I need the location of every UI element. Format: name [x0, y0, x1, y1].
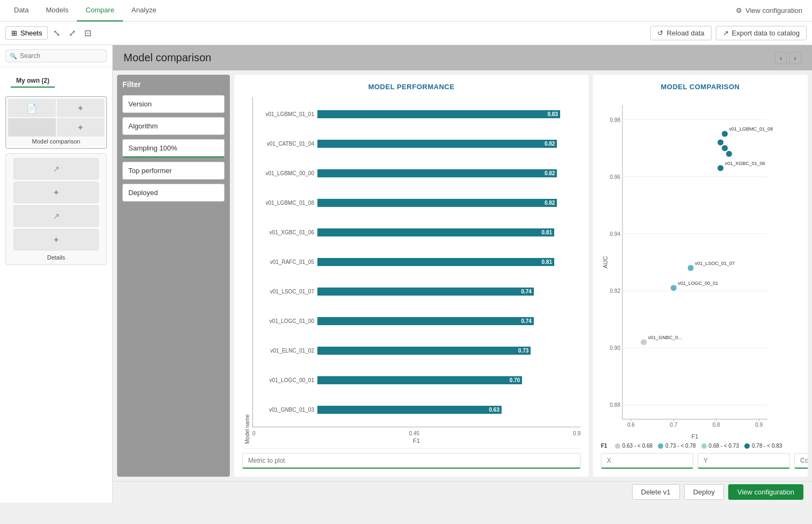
- view-configuration-button[interactable]: View configuration: [728, 484, 803, 500]
- bar-label: v01_XGBC_01_06: [253, 229, 317, 235]
- svg-text:0.7: 0.7: [670, 422, 677, 428]
- svg-point-29: [717, 165, 724, 171]
- nav-tab-compare[interactable]: Compare: [77, 0, 122, 21]
- puzzle-icon-2: ✦: [77, 123, 84, 133]
- legend-label-1: 0.68 - < 0.73: [709, 443, 739, 449]
- bar-row: v01_LOGC_00_010.70: [253, 375, 581, 386]
- color-input[interactable]: [794, 453, 808, 469]
- x-axis-input[interactable]: [601, 453, 693, 469]
- bar-value: 0.83: [547, 111, 557, 117]
- scatter-svg: 0.60.70.80.90.880.900.920.940.960.98F1AU…: [601, 97, 800, 441]
- search-input[interactable]: [5, 49, 107, 62]
- main-container: 🔍 My own (2) 📄 ✦ ✦: [0, 45, 812, 503]
- bar-row: v01_LOGC_01_000.74: [253, 316, 581, 327]
- comparison-chart-panel: MODEL COMPARISON 0.60.70.80.90.880.900.9…: [593, 75, 808, 477]
- doc-icon: 📄: [26, 103, 37, 113]
- filter-algorithm[interactable]: Algorithm: [122, 117, 224, 135]
- svg-text:0.98: 0.98: [610, 117, 621, 123]
- svg-text:0.8: 0.8: [713, 422, 720, 428]
- bar-row: v01_RAFC_01_050.81: [253, 257, 581, 268]
- toolbar-icon-btn-2[interactable]: ⤢: [66, 26, 79, 40]
- card-label-details: Details: [8, 253, 104, 262]
- filter-version[interactable]: Version: [122, 95, 224, 113]
- svg-point-31: [687, 265, 694, 271]
- bar-value: 0.82: [545, 200, 555, 206]
- page-header: Model comparison ‹ ›: [113, 45, 812, 70]
- svg-point-26: [717, 139, 724, 146]
- legend-dot-1: [701, 443, 707, 449]
- performance-chart-panel: MODEL PERFORMANCE Model name v01_LGBMC_0…: [234, 75, 589, 477]
- reload-button[interactable]: ↺ Reload data: [650, 26, 711, 40]
- sheets-button[interactable]: ⊞ Sheets: [5, 26, 48, 40]
- bar-fill: 0.74: [317, 317, 534, 325]
- bar-label: v01_LSOC_01_07: [253, 289, 317, 295]
- toolbar-icon-btn-3[interactable]: ⊡: [81, 26, 95, 40]
- content-body: Filter Version Algorithm Sampling 100% T…: [113, 70, 812, 481]
- nav-tab-models[interactable]: Models: [37, 0, 77, 21]
- bar-label: v01_LOGC_00_01: [253, 377, 317, 383]
- nav-tab-data[interactable]: Data: [5, 0, 37, 21]
- puzzle-icon: ✦: [77, 103, 84, 113]
- svg-point-28: [726, 150, 733, 157]
- legend-prefix: F1: [601, 443, 607, 449]
- delete-button[interactable]: Delete v1: [632, 484, 680, 500]
- page-prev-button[interactable]: ‹: [775, 52, 787, 64]
- settings-icon: ⚙: [736, 6, 742, 15]
- bar-fill: 0.74: [317, 288, 534, 296]
- view-config-button[interactable]: ⚙ View configuration: [731, 4, 807, 17]
- bar-value: 0.74: [521, 289, 531, 295]
- bar-row: v01_ELNC_01_020.73: [253, 346, 581, 356]
- bar-row: v01_XGBC_01_060.81: [253, 227, 581, 238]
- legend: F1 0.63 - < 0.68 0.73 - < 0.78 0.68 - < …: [601, 443, 800, 449]
- detail-icon-1: ↗: [53, 164, 60, 174]
- nav-tab-analyze[interactable]: Analyze: [123, 0, 165, 21]
- bar-row: v01_LGBMC_01_010.83: [253, 109, 581, 120]
- sheet-card-details[interactable]: ↗ ✦ ↗ ✦ Details: [5, 153, 107, 265]
- legend-item-1: 0.68 - < 0.73: [701, 443, 739, 449]
- performance-chart-title: MODEL PERFORMANCE: [242, 83, 581, 91]
- legend-dot-3: [744, 443, 750, 449]
- toolbar-icon-btn-1[interactable]: ⤡: [50, 26, 63, 40]
- bar-label: v01_LOGC_01_00: [253, 318, 317, 324]
- bar-value: 0.81: [542, 259, 552, 265]
- deploy-button[interactable]: Deploy: [684, 484, 724, 500]
- filter-top-performer[interactable]: Top performer: [122, 162, 224, 180]
- sheet-card-model-comparison[interactable]: 📄 ✦ ✦ Model comparison: [5, 96, 107, 149]
- legend-label-3: 0.78 - < 0.83: [752, 443, 782, 449]
- y-axis-label: Model name: [242, 97, 252, 444]
- nav-tabs: Data Models Compare Analyze: [5, 0, 165, 21]
- svg-text:0.6: 0.6: [627, 422, 635, 428]
- bar-fill: 0.82: [317, 140, 557, 148]
- bar-fill: 0.83: [317, 110, 560, 118]
- filter-deployed[interactable]: Deployed: [122, 184, 224, 202]
- filter-sampling[interactable]: Sampling 100%: [122, 139, 224, 157]
- bar-fill: 0.81: [317, 258, 554, 266]
- x-axis-label: F1: [252, 437, 581, 444]
- svg-text:v01_LSOC_01_07: v01_LSOC_01_07: [695, 261, 735, 266]
- svg-text:v01_LOGC_00_01: v01_LOGC_00_01: [678, 281, 718, 286]
- svg-text:0.88: 0.88: [610, 402, 621, 408]
- export-button[interactable]: ↗ Export data to catalog: [716, 26, 807, 40]
- y-axis-input[interactable]: [698, 453, 790, 469]
- metric-to-plot-input[interactable]: [242, 453, 581, 469]
- page-title: Model comparison: [124, 52, 211, 64]
- reload-icon: ↺: [657, 29, 663, 37]
- sheet-thumb-1d: ✦: [57, 118, 105, 137]
- bar-fill: 0.73: [317, 347, 531, 355]
- bar-value: 0.63: [489, 407, 499, 413]
- page-nav: ‹ ›: [775, 52, 801, 64]
- bar-label: v01_LGBMC_01_08: [253, 200, 317, 206]
- svg-point-24: [722, 131, 728, 137]
- sidebar-section-label: My own (2): [11, 73, 55, 88]
- detail-card-3: ↗: [13, 205, 99, 227]
- bar-fill: 0.70: [317, 376, 522, 384]
- bar-label: v01_CATBC_01_04: [253, 141, 317, 147]
- page-next-button[interactable]: ›: [789, 52, 801, 64]
- legend-item-0: 0.63 - < 0.68: [615, 443, 653, 449]
- toolbar-left: ⊞ Sheets ⤡ ⤢ ⊡: [5, 26, 95, 40]
- bar-value: 0.82: [545, 170, 555, 176]
- bar-value: 0.82: [545, 141, 555, 147]
- bottom-bar: Delete v1 Deploy View configuration: [113, 481, 812, 503]
- sidebar-search-area: 🔍: [0, 45, 112, 67]
- sidebar: 🔍 My own (2) 📄 ✦ ✦: [0, 45, 113, 503]
